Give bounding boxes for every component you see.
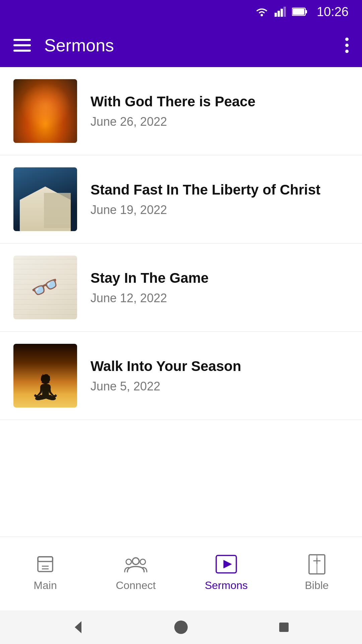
svg-rect-6 (293, 9, 304, 15)
sermon-title-3: Stay In The Game (90, 270, 208, 286)
sermon-title-4: Walk Into Your Season (90, 358, 241, 375)
svg-rect-7 (305, 10, 307, 13)
bible-icon (303, 552, 330, 576)
status-time: 10:26 (317, 5, 349, 19)
sermon-item-4[interactable]: Walk Into Your SeasonJune 5, 2022 (0, 332, 362, 420)
nav-label-main: Main (34, 579, 57, 592)
sermons-icon (213, 552, 240, 576)
status-bar: 10:26 (0, 0, 362, 23)
sermon-title-2: Stand Fast In The Liberty of Christ (90, 181, 320, 198)
sermon-title-1: With God There is Peace (90, 93, 255, 110)
sermon-thumbnail-1 (13, 79, 77, 143)
back-button[interactable] (71, 620, 85, 635)
sermon-date-2: June 19, 2022 (90, 203, 320, 217)
sermon-date-1: June 26, 2022 (90, 115, 255, 129)
app-bar: Sermons (0, 23, 362, 67)
sermon-date-3: June 12, 2022 (90, 291, 208, 305)
nav-item-main[interactable]: Main (0, 552, 90, 592)
svg-point-22 (174, 621, 188, 634)
sermon-info-1: With God There is PeaceJune 26, 2022 (90, 93, 255, 129)
svg-rect-4 (284, 7, 286, 17)
svg-marker-16 (224, 560, 232, 568)
sermon-item-3[interactable]: Stay In The GameJune 12, 2022 (0, 244, 362, 332)
svg-rect-9 (38, 557, 53, 561)
sermon-info-4: Walk Into Your SeasonJune 5, 2022 (90, 358, 241, 393)
system-nav-bar (0, 610, 362, 644)
svg-rect-1 (275, 13, 277, 17)
nav-label-bible: Bible (305, 579, 328, 592)
svg-rect-2 (278, 11, 280, 17)
sermon-info-3: Stay In The GameJune 12, 2022 (90, 270, 208, 305)
svg-point-13 (126, 559, 131, 565)
nav-item-bible[interactable]: Bible (272, 552, 362, 592)
sermon-thumbnail-4 (13, 344, 77, 408)
svg-point-12 (132, 558, 139, 565)
status-icons (255, 7, 307, 17)
sermon-item-1[interactable]: With God There is PeaceJune 26, 2022 (0, 67, 362, 155)
more-options-button[interactable] (345, 38, 349, 53)
nav-label-sermons: Sermons (205, 579, 248, 592)
sermon-date-4: June 5, 2022 (90, 379, 241, 393)
sermon-list: With God There is PeaceJune 26, 2022Stan… (0, 67, 362, 537)
sermon-thumbnail-3 (13, 256, 77, 319)
nav-label-connect: Connect (116, 579, 156, 592)
main-icon (32, 552, 59, 576)
svg-point-14 (140, 559, 145, 565)
menu-button[interactable] (13, 39, 31, 52)
recents-button[interactable] (277, 620, 291, 635)
bottom-nav: Main Connect Sermons (0, 537, 362, 610)
svg-rect-3 (281, 9, 283, 17)
sermon-item-2[interactable]: Stand Fast In The Liberty of ChristJune … (0, 155, 362, 244)
home-button[interactable] (174, 620, 188, 635)
svg-point-0 (260, 14, 263, 16)
wifi-icon (255, 7, 268, 17)
nav-item-sermons[interactable]: Sermons (181, 552, 272, 592)
svg-rect-23 (279, 623, 289, 632)
svg-marker-21 (75, 621, 81, 633)
connect-icon (122, 552, 149, 576)
page-title: Sermons (44, 35, 332, 55)
sermon-info-2: Stand Fast In The Liberty of ChristJune … (90, 181, 320, 217)
signal-icon (275, 7, 286, 17)
sermon-thumbnail-2 (13, 167, 77, 231)
battery-icon (292, 7, 307, 16)
nav-item-connect[interactable]: Connect (90, 552, 181, 592)
